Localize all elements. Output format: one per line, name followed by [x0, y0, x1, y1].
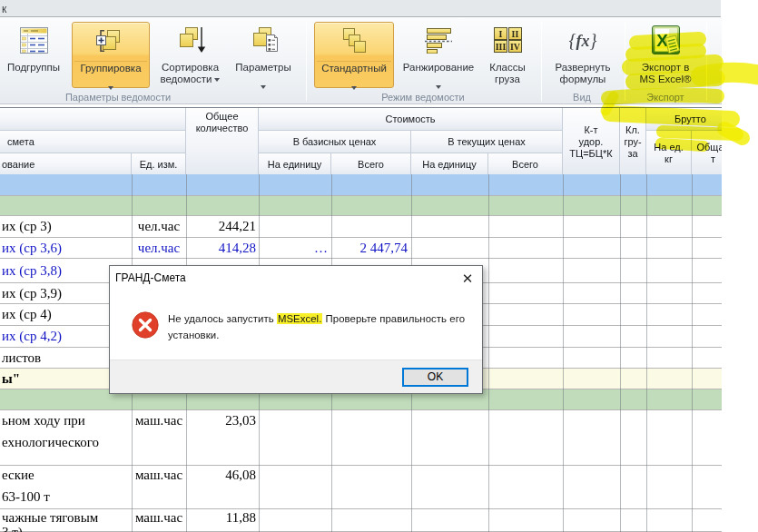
header-brutto[interactable]: Брутто	[646, 108, 722, 131]
table-row[interactable]: еские63-100 тмаш.час46,08	[0, 466, 722, 509]
cell-unit: чел.час	[132, 219, 186, 234]
excel-icon: X	[630, 25, 701, 55]
button-label: Параметры	[235, 62, 290, 73]
table-row[interactable]	[0, 196, 722, 216]
grouping-button[interactable]: Группировка	[72, 22, 150, 88]
table-row[interactable]	[0, 174, 722, 196]
export-ms-excel-button[interactable]: X Экспорт в MS Excel®	[630, 22, 701, 88]
sort-list-icon	[154, 25, 226, 55]
cell-unit: маш.час	[132, 510, 186, 526]
cell-name: их (ср 4,2)	[2, 329, 62, 344]
list-options-icon	[230, 25, 297, 55]
table-row[interactable]: чажные тяговым3 т)маш.час11,88	[0, 509, 722, 532]
header-ed-izm[interactable]: Ед. изм.	[132, 153, 186, 175]
dialog-title: ГРАНД-Смета	[115, 271, 186, 284]
header-na-ed-kg[interactable]: На ед.кг	[646, 131, 692, 175]
button-label-line2: груза	[495, 74, 520, 84]
cell-name: их (ср 4)	[2, 307, 52, 322]
button-label: Подгруппы	[7, 62, 60, 73]
standard-mode-icon	[315, 25, 393, 56]
header-smeta[interactable]: смета	[0, 131, 186, 153]
button-label-line1: Экспорт в	[642, 62, 690, 73]
standard-mode-button[interactable]: Стандартный	[314, 22, 394, 88]
cell-base-total: 2 447,74	[331, 241, 408, 256]
ok-button[interactable]: OK	[402, 368, 468, 387]
table-row[interactable]: ьном ходу приехнологическогомаш.час23,03	[0, 410, 722, 466]
header-naimenovanie[interactable]: ование	[0, 153, 132, 175]
svg-text:II: II	[511, 29, 518, 39]
cell-name: их (ср 3)	[2, 219, 52, 234]
dropdown-arrow-icon	[315, 79, 393, 84]
button-label: Группировка	[80, 63, 141, 74]
grid-column-line	[563, 174, 564, 532]
group-label-vid: Вид	[573, 92, 591, 103]
header-k-t-udor[interactable]: К-тудор.ТЦ=БЦ*К	[563, 108, 620, 175]
header-stoimost[interactable]: Стоимость	[259, 108, 563, 131]
button-label-line2: ведомости	[161, 74, 212, 84]
svg-text:{fx}: {fx}	[569, 30, 597, 50]
cell-name: ехнологического	[2, 435, 99, 450]
group-label-rezhim-vedomosti: Режим ведомости	[381, 92, 464, 103]
button-label-line1: Классы	[489, 62, 526, 73]
ranking-bars-icon	[399, 25, 477, 55]
cell-base-per-unit: …	[259, 241, 328, 256]
header-name-top[interactable]	[0, 108, 186, 131]
header-v-tekushchikh-tsenakh[interactable]: В текущих ценах	[411, 131, 563, 153]
grouping-icon	[73, 25, 149, 56]
expand-formulas-button[interactable]: {fx} Развернуть формулы	[546, 22, 619, 88]
sort-vedomost-button[interactable]: Сортировка ведомости	[154, 22, 226, 88]
parameters-button[interactable]: Параметры	[230, 22, 297, 88]
svg-text:III: III	[495, 42, 506, 52]
header-na-edinitsu-tek[interactable]: На единицу	[411, 153, 488, 175]
header-vsego-tek[interactable]: Всего	[488, 153, 563, 175]
cell-quantity: 46,08	[186, 468, 256, 483]
button-label: Ранжирование	[403, 62, 475, 73]
cargo-classes-icon: III IIIIV	[481, 25, 534, 55]
dropdown-arrow-icon	[230, 78, 297, 83]
cell-name: листов	[2, 350, 41, 366]
ribbon-tab-partial[interactable]: к	[2, 3, 6, 15]
ribbon: Подгруппы Группировка	[0, 18, 722, 104]
cell-name: чажные тяговым	[2, 510, 98, 526]
error-icon	[132, 311, 159, 339]
dialog-footer: OK	[110, 360, 482, 393]
grand-smeta-window: к	[0, 0, 758, 532]
close-icon[interactable]: ✕	[454, 267, 481, 291]
header-obshchaya-t[interactable]: Общаят	[692, 131, 722, 175]
group-label-parametry-vedomosti: Параметры ведомости	[65, 92, 171, 103]
cell-name: их (ср 3,9)	[2, 286, 62, 301]
button-label-line2: формулы	[560, 74, 606, 84]
grid-header: сметаованиеЕд. изм.ОбщееколичествоСтоимо…	[0, 107, 722, 174]
group-label-eksport: Экспорт	[646, 92, 684, 103]
error-dialog: ГРАНД-Смета ✕ Не удалось запустить MSExc…	[109, 265, 483, 394]
header-na-edinitsu-baz[interactable]: На единицу	[259, 153, 331, 175]
subgroups-button[interactable]: Подгруппы	[5, 22, 63, 88]
header-vsego-baz[interactable]: Всего	[331, 153, 411, 175]
subgroups-icon	[5, 25, 63, 55]
svg-text:IV: IV	[509, 42, 520, 52]
cell-unit: маш.час	[132, 413, 186, 429]
cell-name: ы"	[2, 371, 20, 387]
header-obshchee-kolichestvo[interactable]: Общееколичество	[186, 108, 259, 175]
highlighted-word: MSExcel.	[277, 313, 323, 324]
dropdown-arrow-icon	[399, 78, 477, 83]
cell-quantity: 11,88	[186, 510, 256, 526]
header-v-bazisnykh-tsenakh[interactable]: В базисных ценах	[259, 131, 411, 153]
grid-column-line	[620, 174, 621, 532]
table-row[interactable]: их (ср 3)чел.час244,21	[0, 216, 722, 238]
group-separator	[541, 22, 542, 101]
cell-name: ьном ходу при	[2, 413, 85, 429]
grid-column-line	[488, 174, 489, 532]
header-kl-gruza[interactable]: Кл.гру-за	[620, 108, 646, 175]
button-label-line1: Развернуть	[556, 62, 611, 73]
ranking-button[interactable]: Ранжирование	[399, 22, 477, 88]
cargo-classes-button[interactable]: III IIIIV Классы груза	[481, 22, 534, 88]
cell-unit: чел.час	[132, 241, 186, 256]
table-row[interactable]: их (ср 3,6)чел.час414,28…2 447,74	[0, 238, 722, 259]
dialog-message: Не удалось запустить MSExcel. Проверьте …	[168, 311, 469, 343]
cell-name: 63-100 т	[2, 489, 50, 505]
expand-formulas-icon: {fx}	[546, 25, 619, 55]
cell-name: их (ср 3,6)	[2, 241, 62, 256]
group-separator	[306, 22, 307, 101]
dropdown-arrow-icon	[73, 79, 149, 84]
